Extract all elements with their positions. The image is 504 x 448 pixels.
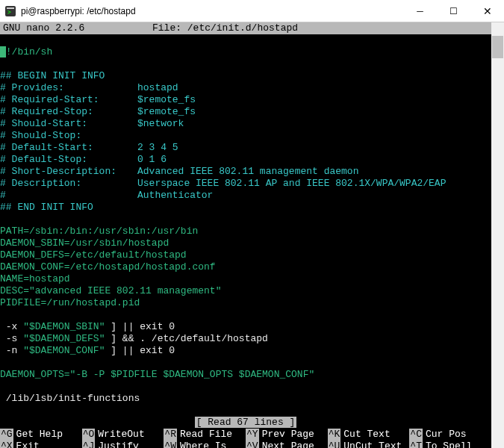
shortcut-row-2: ^XExit ^JJustify ^WWhere Is ^VNext Page … [0, 441, 491, 448]
nano-shortcuts: ^GGet Help ^OWriteOut ^RRead File ^YPrev… [0, 429, 491, 448]
terminal-icon: > [4, 5, 16, 17]
nano-header: GNU nano 2.2.6 File: /etc/init.d/hostapd [0, 22, 491, 34]
window-titlebar: > pi@raspberrypi: /etc/hostapd ─ ☐ ✕ [0, 0, 504, 22]
maximize-button[interactable]: ☐ [437, 0, 470, 22]
nano-file-label: File: /etc/init.d/hostapd [152, 22, 488, 34]
shebang-line: !/bin/sh [6, 46, 52, 57]
svg-text:>: > [7, 9, 11, 16]
shortcut-row-1: ^GGet Help ^OWriteOut ^RRead File ^YPrev… [0, 429, 491, 441]
window-controls: ─ ☐ ✕ [403, 0, 504, 22]
nano-version: GNU nano 2.2.6 [3, 22, 152, 34]
minimize-button[interactable]: ─ [403, 0, 437, 22]
vertical-scrollbar[interactable] [491, 22, 504, 448]
editor-content[interactable]: !/bin/sh ## BEGIN INIT INFO # Provides:h… [0, 34, 491, 417]
window-title: pi@raspberrypi: /etc/hostapd [21, 6, 403, 16]
init-begin: ## BEGIN INIT INFO [0, 70, 491, 82]
terminal[interactable]: GNU nano 2.2.6 File: /etc/init.d/hostapd… [0, 22, 491, 448]
scrollbar-thumb[interactable] [492, 36, 503, 58]
nano-status: [ Read 67 lines ] [0, 417, 491, 429]
init-end: ## END INIT INFO [0, 202, 491, 214]
close-button[interactable]: ✕ [470, 0, 504, 22]
